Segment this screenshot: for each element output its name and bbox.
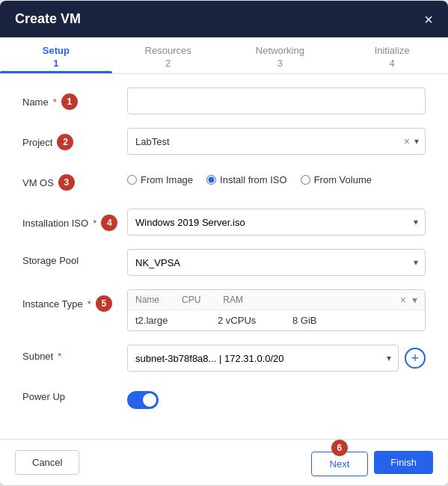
instance-type-row: Instance Type* 5 Name CPU RAM × ▾ xyxy=(22,289,426,331)
instance-name-value: t2.large xyxy=(135,315,195,326)
instance-ram-value: 8 GiB xyxy=(292,315,317,326)
vmos-from-image-radio[interactable] xyxy=(127,175,137,185)
vmos-from-volume[interactable]: From Volume xyxy=(301,174,372,185)
installation-iso-row: Installation ISO* 4 Windows 2019 Server.… xyxy=(22,209,426,236)
project-control: LabTest × ▾ xyxy=(127,128,426,155)
tab-networking[interactable]: Networking 3 xyxy=(224,37,337,73)
tab-setup[interactable]: Setup 1 xyxy=(0,37,112,73)
tab-resources-label: Resources xyxy=(145,45,191,56)
subnet-wrapper: subnet-3b78f8a8... | 172.31.0.0/20 ▾ xyxy=(127,345,399,372)
instance-clear-icon[interactable]: × xyxy=(400,294,406,306)
vmos-from-volume-label: From Volume xyxy=(314,174,372,185)
form-body: Name* 1 Project 2 LabTest × ▾ xyxy=(0,74,448,439)
step-badge-4: 4 xyxy=(101,215,117,231)
name-input[interactable] xyxy=(127,87,426,114)
modal-header: Create VM × xyxy=(0,1,448,37)
step-badge-3: 3 xyxy=(58,174,75,191)
cancel-button[interactable]: Cancel xyxy=(15,450,79,475)
installation-iso-control: Windows 2019 Server.iso ▾ xyxy=(127,209,426,236)
name-row: Name* 1 xyxy=(22,87,426,114)
storage-pool-row: Storage Pool NK_VPSA ▾ xyxy=(22,249,426,276)
vmos-install-from-iso[interactable]: Install from ISO xyxy=(206,174,287,185)
project-clear-icon[interactable]: × xyxy=(404,135,410,147)
col-ram: RAM xyxy=(223,295,243,305)
subnet-select[interactable]: subnet-3b78f8a8... | 172.31.0.0/20 xyxy=(127,345,399,372)
power-up-label: Power Up xyxy=(22,385,127,402)
name-control xyxy=(127,87,426,114)
instance-type-row-data: t2.large 2 vCPUs 8 GiB xyxy=(128,310,425,330)
vmos-control: From Image Install from ISO From Volume xyxy=(127,168,426,185)
step-badge-6: 6 xyxy=(331,440,348,456)
step-badge-5: 5 xyxy=(96,295,112,312)
instance-col-labels: Name CPU RAM xyxy=(135,295,243,305)
step-badge-1: 1 xyxy=(61,93,78,110)
finish-button[interactable]: Finish xyxy=(374,451,433,474)
vmos-label: VM OS 3 xyxy=(22,168,127,191)
instance-type-label: Instance Type* 5 xyxy=(22,289,127,312)
storage-pool-wrapper: NK_VPSA ▾ xyxy=(127,249,426,276)
installation-iso-label: Installation ISO* 4 xyxy=(22,209,127,231)
step6-container: 6 Next xyxy=(311,449,369,476)
power-up-toggle[interactable] xyxy=(127,391,159,409)
instance-chevron-icon[interactable]: ▾ xyxy=(412,294,417,306)
subnet-label: Subnet* xyxy=(22,345,127,362)
tab-setup-num: 1 xyxy=(0,58,112,69)
vmos-from-volume-radio[interactable] xyxy=(301,175,310,185)
vmos-install-iso-radio[interactable] xyxy=(206,175,216,185)
tab-networking-num: 3 xyxy=(224,58,337,69)
vmos-install-iso-label: Install from ISO xyxy=(220,174,287,185)
tab-initialize[interactable]: Initialize 4 xyxy=(336,37,448,73)
modal-footer: Cancel 6 Next Finish xyxy=(0,439,448,485)
tab-resources-num: 2 xyxy=(112,58,224,69)
vmos-row: VM OS 3 From Image Install from ISO Fro xyxy=(22,168,426,195)
project-row: Project 2 LabTest × ▾ xyxy=(22,128,426,155)
subnet-add-button[interactable]: + xyxy=(405,348,426,369)
power-up-control xyxy=(127,385,426,412)
modal-title: Create VM xyxy=(15,11,81,27)
installation-iso-wrapper: Windows 2019 Server.iso ▾ xyxy=(127,209,426,236)
subnet-input-group: subnet-3b78f8a8... | 172.31.0.0/20 ▾ + xyxy=(127,345,426,372)
instance-type-actions: × ▾ xyxy=(400,294,417,306)
step-badge-2: 2 xyxy=(57,134,73,150)
instance-type-control: Name CPU RAM × ▾ t2.large 2 vCPUs 8 GiB xyxy=(127,289,426,331)
instance-type-header: Name CPU RAM × ▾ xyxy=(128,290,425,310)
footer-right: 6 Next Finish xyxy=(311,449,433,476)
tab-bar: Setup 1 Resources 2 Networking 3 Initial… xyxy=(0,37,448,74)
storage-pool-control: NK_VPSA ▾ xyxy=(127,249,426,276)
tab-initialize-label: Initialize xyxy=(375,45,410,56)
power-up-slider xyxy=(127,391,159,409)
close-button[interactable]: × xyxy=(424,12,433,27)
tab-networking-label: Networking xyxy=(256,45,304,56)
tab-initialize-num: 4 xyxy=(336,58,448,69)
installation-iso-select[interactable]: Windows 2019 Server.iso xyxy=(127,209,426,236)
name-label: Name* 1 xyxy=(22,87,127,110)
tab-setup-label: Setup xyxy=(43,45,70,56)
project-value: LabTest xyxy=(135,136,399,147)
subnet-control: subnet-3b78f8a8... | 172.31.0.0/20 ▾ + xyxy=(127,345,426,372)
project-select[interactable]: LabTest × ▾ xyxy=(127,128,426,155)
vmos-from-image[interactable]: From Image xyxy=(127,174,193,185)
instance-cpu-value: 2 vCPUs xyxy=(218,315,270,326)
storage-pool-label: Storage Pool xyxy=(22,249,127,266)
vmos-radio-group: From Image Install from ISO From Volume xyxy=(127,168,426,185)
power-up-row: Power Up xyxy=(22,385,426,412)
subnet-row: Subnet* subnet-3b78f8a8... | 172.31.0.0/… xyxy=(22,345,426,372)
vmos-from-image-label: From Image xyxy=(141,174,193,185)
instance-type-box: Name CPU RAM × ▾ t2.large 2 vCPUs 8 GiB xyxy=(127,289,426,331)
project-chevron-icon[interactable]: ▾ xyxy=(414,136,419,147)
col-cpu: CPU xyxy=(182,295,200,305)
col-name: Name xyxy=(135,295,159,305)
project-label: Project 2 xyxy=(22,128,127,150)
storage-pool-select[interactable]: NK_VPSA xyxy=(127,249,426,276)
create-vm-modal: Create VM × Setup 1 Resources 2 Networki… xyxy=(0,1,448,485)
tab-resources[interactable]: Resources 2 xyxy=(112,37,224,73)
